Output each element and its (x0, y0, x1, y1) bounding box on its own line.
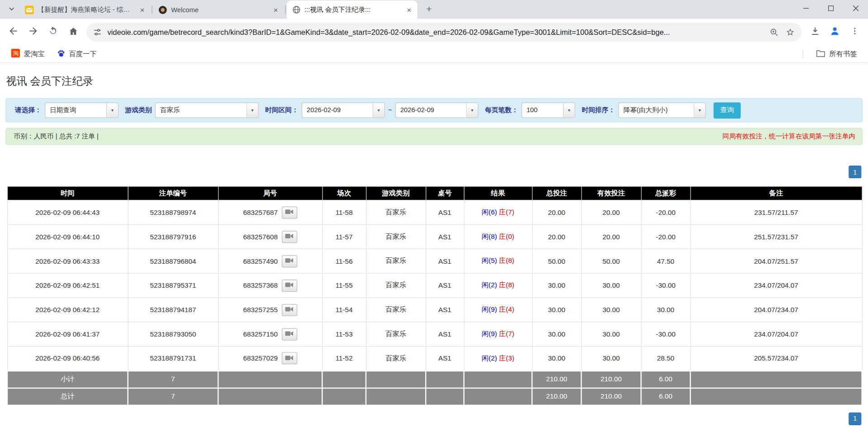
cell-round-no: 683257687 (218, 200, 322, 224)
bookmark-taobao[interactable]: 淘 爱淘宝 (7, 47, 49, 61)
url-text[interactable]: videoie.com/game/betrecord_search/kind3?… (107, 28, 763, 36)
site-settings-icon[interactable] (93, 28, 102, 37)
tab-close-icon[interactable]: × (138, 5, 147, 14)
chevron-down-icon[interactable]: ▼ (247, 103, 258, 118)
all-bookmarks-label: 所有书签 (829, 49, 857, 59)
window-close-button[interactable] (843, 0, 868, 17)
chevron-down-icon[interactable]: ▼ (563, 103, 575, 118)
cell-game-type: 百家乐 (366, 249, 426, 273)
page-number-button[interactable]: 1 (849, 412, 861, 425)
result-player: 闲(9) (482, 330, 497, 337)
page-size-select[interactable]: 100 ▼ (522, 102, 575, 118)
video-replay-button[interactable] (282, 304, 297, 316)
mode-select-value: 日期查询 (45, 103, 106, 118)
close-icon (853, 3, 858, 13)
subtotal-row-cell (366, 370, 426, 388)
home-button[interactable] (64, 23, 83, 42)
video-replay-button[interactable] (282, 255, 297, 267)
cell-round-no: 683257255 (218, 298, 322, 322)
search-button[interactable]: 查询 (714, 102, 741, 118)
column-header-round-no: 局号 (218, 186, 322, 200)
cell-note: 205.57/234.07 (690, 347, 862, 371)
sort-label: 时间排序： (582, 105, 615, 115)
video-camera-icon (285, 257, 294, 265)
video-replay-button[interactable] (282, 231, 297, 243)
profile-icon (829, 25, 840, 38)
chevron-down-icon[interactable]: ▼ (373, 103, 384, 118)
column-header-game-type: 游戏类别 (366, 186, 426, 200)
chevron-down-icon[interactable]: ▼ (466, 103, 478, 118)
browser-tab-bar: 【新提醒】海燕策略论坛 - 综合... × Welcome × :::视讯 会员… (0, 0, 868, 19)
browser-tab-welcome[interactable]: Welcome × (153, 0, 284, 19)
chevron-down-icon[interactable]: ▼ (106, 103, 118, 118)
game-type-select[interactable]: 百家乐 ▼ (155, 102, 259, 118)
bookmarks-bar: 淘 爱淘宝 百度一下 所有书签 (0, 45, 868, 63)
browser-tab-forum[interactable]: 【新提醒】海燕策略论坛 - 综合... × (20, 0, 151, 19)
reload-button[interactable] (44, 23, 63, 42)
cell-note: 231.57/211.57 (690, 200, 862, 224)
subtotal-row-cell (218, 370, 322, 388)
forward-button[interactable] (24, 23, 43, 42)
tab-close-icon[interactable]: × (405, 5, 414, 14)
tab-search-button[interactable] (5, 2, 19, 17)
grand-total-row-cell (426, 388, 464, 405)
window-minimize-button[interactable] (793, 0, 818, 17)
cell-result: 闲(9) 庄(7) (464, 322, 532, 347)
tab-title: Welcome (171, 6, 267, 14)
cell-note: 234.07/204.07 (690, 322, 862, 347)
page-number-button[interactable]: 1 (849, 166, 861, 178)
reload-icon (48, 26, 58, 38)
cell-valid-bet: 20.00 (581, 200, 641, 224)
column-header-note: 备注 (690, 186, 862, 200)
video-replay-button[interactable] (282, 352, 297, 365)
address-bar[interactable]: videoie.com/game/betrecord_search/kind3?… (86, 23, 802, 42)
video-replay-button[interactable] (282, 206, 297, 218)
result-banker: 庄(8) (499, 281, 514, 289)
round-number: 683257150 (243, 330, 278, 338)
bookmark-baidu[interactable]: 百度一下 (52, 47, 101, 61)
pagination-top: 1 (7, 166, 862, 178)
cell-time: 2026-02-09 06:42:12 (7, 298, 128, 322)
cell-payout: 28.50 (641, 347, 690, 371)
chevron-down-icon[interactable]: ▼ (694, 103, 706, 118)
cell-result: 闲(6) 庄(7) (464, 200, 532, 224)
all-bookmarks-button[interactable]: 所有书签 (811, 47, 861, 61)
cell-round-no: 683257368 (218, 273, 322, 298)
cell-result: 闲(2) 庄(3) (464, 347, 532, 371)
new-tab-button[interactable]: + (422, 2, 436, 17)
browser-tab-bet-records[interactable]: :::视讯 会员下注纪录::: × (287, 0, 417, 19)
profile-button[interactable] (825, 23, 844, 42)
game-type-label: 游戏类别 (125, 105, 152, 115)
video-camera-icon (285, 233, 294, 241)
cell-game-type: 百家乐 (366, 347, 426, 371)
video-replay-button[interactable] (282, 328, 297, 340)
cell-session: 11-53 (322, 322, 366, 347)
cell-result: 闲(9) 庄(4) (464, 298, 532, 322)
mode-select[interactable]: 日期查询 ▼ (45, 102, 119, 118)
date-range-separator: ~ (388, 106, 392, 114)
cell-time: 2026-02-09 06:44:10 (7, 224, 128, 249)
cell-payout: -20.00 (641, 200, 690, 224)
cell-payout: 30.00 (641, 298, 690, 322)
zoom-icon[interactable] (769, 28, 779, 37)
cell-session: 11-52 (322, 347, 366, 371)
subtotal-row-cell: 6.00 (641, 370, 690, 388)
browser-menu-button[interactable] (845, 23, 864, 42)
date-start-select[interactable]: 2026-02-09 ▼ (302, 102, 385, 118)
browser-toolbar: videoie.com/game/betrecord_search/kind3?… (0, 19, 868, 46)
window-maximize-button[interactable] (818, 0, 843, 17)
bookmark-star-icon[interactable] (786, 28, 795, 37)
kebab-menu-icon (850, 27, 859, 38)
video-replay-button[interactable] (282, 279, 297, 291)
cell-game-type: 百家乐 (366, 200, 426, 224)
tab-close-icon[interactable]: × (271, 5, 280, 14)
subtotal-row-cell: 210.00 (581, 370, 641, 388)
sort-select[interactable]: 降幂(由大到小) ▼ (618, 102, 706, 118)
cell-bet-no: 523188793050 (128, 322, 218, 347)
downloads-button[interactable] (806, 23, 825, 42)
back-button[interactable] (4, 23, 23, 42)
column-header-session: 场次 (322, 186, 366, 200)
cell-table-no: AS1 (426, 273, 464, 298)
subtotal-row: 小计7210.00210.006.00 (7, 370, 862, 388)
date-end-select[interactable]: 2026-02-09 ▼ (395, 102, 479, 118)
